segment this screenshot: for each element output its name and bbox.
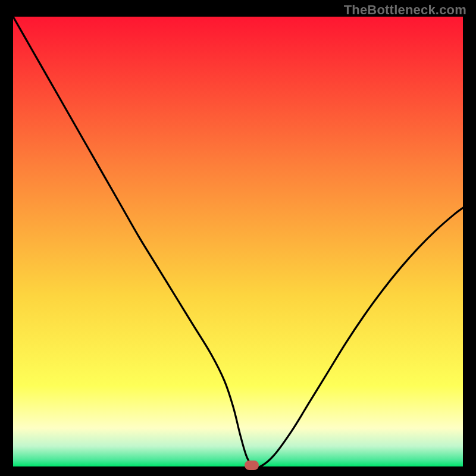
- watermark-text: TheBottleneck.com: [344, 2, 466, 18]
- optimal-point-marker: [245, 461, 259, 470]
- bottleneck-chart-svg: [13, 17, 463, 466]
- chart-background: [13, 17, 463, 466]
- chart-frame: TheBottleneck.com: [0, 0, 476, 476]
